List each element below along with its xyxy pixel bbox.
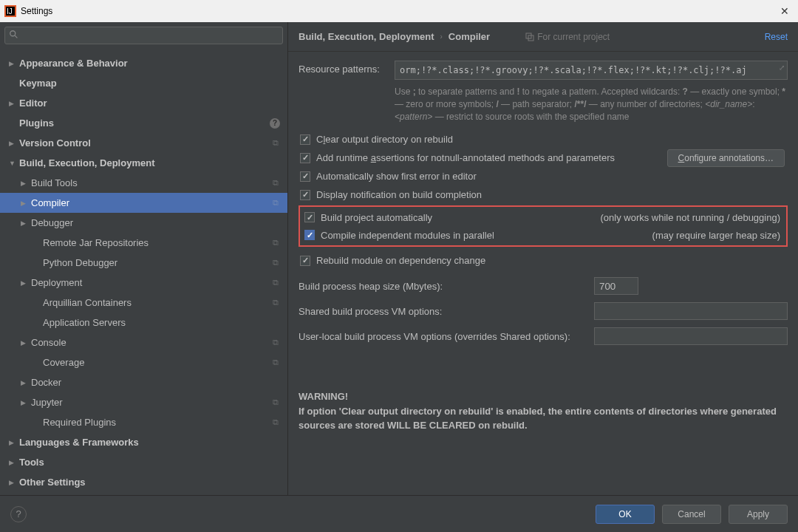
runtime-assertions-label: Add runtime assertions for notnull-annot… — [316, 152, 615, 163]
tree-item-debugger[interactable]: Debugger — [0, 213, 287, 233]
runtime-assertions-checkbox[interactable] — [300, 153, 310, 163]
copy-icon: ⧉ — [273, 298, 279, 307]
tree-item-compiler[interactable]: Compiler⧉ — [0, 193, 287, 213]
chevron-right-icon: › — [440, 33, 442, 41]
tree-item-required-plugins[interactable]: Required Plugins⧉ — [0, 412, 287, 432]
highlighted-options: Build project automatically (only works … — [299, 205, 788, 247]
tree-item-python-debugger[interactable]: Python Debugger⧉ — [0, 253, 287, 273]
tree-item-label: Jupyter — [31, 397, 63, 408]
tree-item-label: Coverage — [43, 357, 84, 368]
cancel-button[interactable]: Cancel — [662, 505, 721, 524]
copy-icon: ⧉ — [273, 238, 279, 248]
expand-icon[interactable]: ⤢ — [779, 64, 785, 72]
copy-icon: ⧉ — [273, 138, 279, 148]
tree-item-other-settings[interactable]: Other Settings — [0, 472, 287, 492]
chevron-right-icon[interactable] — [21, 399, 28, 406]
clear-output-label: Clear output directory on rebuild — [316, 134, 453, 145]
settings-tree: Appearance & BehaviorKeymapEditorPlugins… — [0, 49, 287, 495]
tree-item-remote-jar-repositories[interactable]: Remote Jar Repositories⧉ — [0, 233, 287, 253]
tree-item-editor[interactable]: Editor — [0, 93, 287, 113]
copy-icon: ⧉ — [273, 278, 279, 287]
tree-item-label: Compiler — [31, 197, 69, 208]
tree-item-label: Application Servers — [43, 317, 126, 328]
content-header: Build, Execution, Deployment › Compiler … — [288, 22, 798, 52]
tree-item-languages-frameworks[interactable]: Languages & Frameworks — [0, 432, 287, 452]
show-first-error-checkbox[interactable] — [300, 171, 310, 182]
tree-item-label: Keymap — [19, 78, 57, 89]
chevron-right-icon[interactable] — [21, 200, 28, 207]
chevron-right-icon[interactable] — [9, 140, 16, 147]
tree-item-label: Build, Execution, Deployment — [19, 157, 154, 168]
heap-size-input[interactable] — [594, 277, 638, 295]
tree-item-build-execution-deployment[interactable]: Build, Execution, Deployment — [0, 153, 287, 173]
chevron-right-icon[interactable] — [9, 479, 16, 486]
chevron-right-icon[interactable] — [21, 219, 28, 227]
tree-item-arquillian-containers[interactable]: Arquillian Containers⧉ — [0, 293, 287, 313]
content-panel: Build, Execution, Deployment › Compiler … — [288, 22, 798, 495]
clear-output-checkbox[interactable] — [300, 134, 310, 145]
compile-parallel-hint: (may require larger heap size) — [652, 230, 783, 241]
tree-item-label: Console — [31, 337, 66, 348]
tree-item-docker[interactable]: Docker — [0, 372, 287, 392]
chevron-right-icon[interactable] — [21, 180, 28, 187]
tree-item-version-control[interactable]: Version Control⧉ — [0, 133, 287, 153]
close-icon[interactable]: ✕ — [776, 5, 794, 17]
apply-button[interactable]: Apply — [729, 505, 788, 524]
help-icon[interactable]: ? — [10, 506, 27, 522]
tree-item-label: Other Settings — [19, 477, 86, 488]
tree-item-label: Languages & Frameworks — [19, 437, 139, 448]
tree-item-application-servers[interactable]: Application Servers — [0, 313, 287, 332]
build-auto-hint: (only works while not running / debuggin… — [600, 212, 783, 223]
copy-icon: ⧉ — [273, 178, 279, 188]
display-notification-checkbox[interactable] — [300, 190, 310, 200]
compile-parallel-checkbox[interactable] — [304, 230, 315, 240]
chevron-down-icon[interactable] — [9, 160, 16, 167]
svg-line-4 — [15, 35, 18, 38]
chevron-right-icon[interactable] — [21, 339, 28, 347]
tree-item-coverage[interactable]: Coverage⧉ — [0, 352, 287, 372]
tree-item-appearance-behavior[interactable]: Appearance & Behavior — [0, 53, 287, 73]
chevron-right-icon[interactable] — [9, 60, 16, 67]
tree-item-tools[interactable]: Tools — [0, 452, 287, 472]
reset-link[interactable]: Reset — [765, 32, 788, 42]
app-icon: IJ — [4, 5, 16, 17]
tree-item-label: Plugins — [19, 117, 54, 129]
rebuild-dependency-checkbox[interactable] — [300, 256, 310, 266]
tree-item-jupyter[interactable]: Jupyter⧉ — [0, 392, 287, 412]
copy-icon: ⧉ — [273, 358, 279, 367]
titlebar: IJ Settings ✕ — [0, 0, 798, 22]
tree-item-build-tools[interactable]: Build Tools⧉ — [0, 173, 287, 193]
userlocal-vm-label: User-local build process VM options (ove… — [299, 331, 594, 342]
tree-item-label: Debugger — [31, 217, 73, 228]
userlocal-vm-input[interactable] — [594, 327, 788, 345]
tree-item-label: Docker — [31, 377, 61, 388]
display-notification-label: Display notification on build completion — [316, 189, 482, 200]
tree-item-label: Editor — [19, 98, 47, 109]
copy-icon: ⧉ — [273, 258, 279, 267]
tree-item-label: Deployment — [31, 277, 82, 288]
warning-block: WARNING! If option 'Clear output directo… — [299, 389, 788, 433]
ok-button[interactable]: OK — [596, 505, 655, 524]
tree-item-console[interactable]: Console⧉ — [0, 332, 287, 352]
chevron-right-icon[interactable] — [9, 439, 16, 446]
chevron-right-icon[interactable] — [9, 100, 16, 107]
tree-item-keymap[interactable]: Keymap — [0, 73, 287, 93]
tree-item-plugins[interactable]: Plugins? — [0, 113, 287, 133]
configure-annotations-button[interactable]: Configure annotations… — [667, 149, 785, 167]
chevron-right-icon[interactable] — [21, 279, 28, 287]
resource-patterns-input[interactable] — [395, 61, 788, 80]
rebuild-dependency-label: Rebuild module on dependency change — [316, 255, 485, 266]
tree-item-deployment[interactable]: Deployment⧉ — [0, 273, 287, 293]
breadcrumb: Build, Execution, Deployment › Compiler … — [299, 31, 610, 42]
copy-icon: ⧉ — [273, 198, 279, 208]
chevron-right-icon[interactable] — [9, 459, 16, 466]
chevron-right-icon[interactable] — [21, 379, 28, 386]
shared-vm-input[interactable] — [594, 302, 788, 320]
build-auto-checkbox[interactable] — [304, 212, 315, 222]
copy-icon — [525, 33, 534, 41]
tree-item-label: Required Plugins — [43, 417, 116, 428]
search-input[interactable] — [4, 27, 283, 44]
compile-parallel-label: Compile independent modules in parallel — [321, 230, 494, 241]
tree-item-label: Python Debugger — [43, 257, 117, 268]
for-project-hint: For current project — [525, 32, 610, 42]
